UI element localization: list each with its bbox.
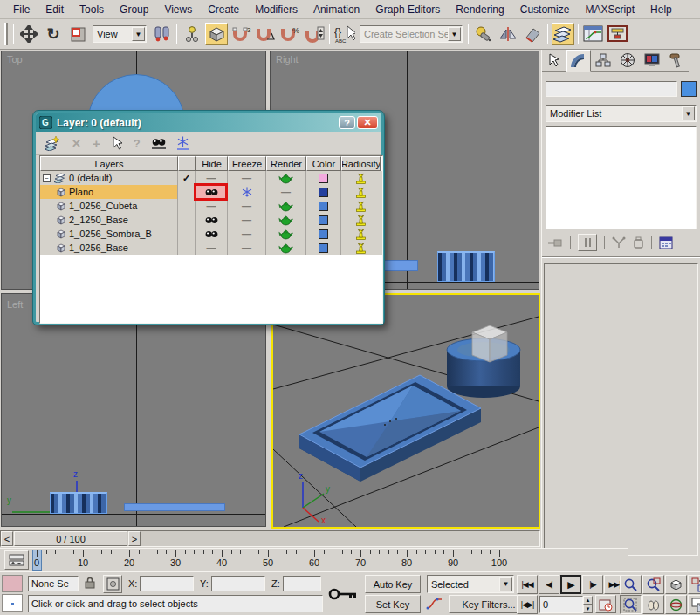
open-mini-curve-editor-button[interactable] (4, 550, 29, 570)
next-frame-button[interactable]: |▶ (582, 575, 603, 594)
render-cell[interactable] (266, 241, 306, 255)
mini-track-swatch[interactable] (2, 594, 23, 612)
spinner-snap-button[interactable] (303, 23, 326, 45)
radiosity-cell[interactable] (341, 171, 381, 185)
set-keys-button[interactable] (325, 577, 361, 611)
key-filter-selected-dropdown[interactable]: Selected ▼ (427, 575, 514, 593)
hide-cell[interactable] (196, 213, 228, 227)
reference-coordinate-dropdown[interactable]: View ▼ (93, 25, 147, 43)
layer-name-cell[interactable]: 2_1250_Base (40, 213, 178, 227)
named-selection-entry-field[interactable]: None Se (28, 576, 79, 591)
freeze-cell[interactable] (228, 185, 266, 199)
column-header-Radiosity[interactable]: Radiosity (341, 156, 381, 171)
layer-row[interactable]: 1_0256_Sombra_B— (40, 227, 382, 241)
region-zoom-button[interactable] (620, 595, 642, 614)
time-slider-thumb[interactable]: 0 / 100 (14, 531, 127, 546)
radiosity-cell[interactable] (341, 241, 381, 255)
render-cell[interactable]: — (266, 185, 306, 199)
remove-modifier-icon[interactable] (633, 236, 644, 249)
current-layer-cell[interactable]: ✓ (178, 171, 196, 185)
spinner-down-icon[interactable]: ▾ (583, 605, 593, 613)
tab-modify[interactable] (566, 50, 591, 72)
align-button[interactable] (472, 23, 495, 45)
select-and-move-button[interactable] (17, 23, 40, 45)
arc-rotate-button[interactable] (665, 595, 687, 614)
color-cell[interactable] (306, 213, 341, 227)
tab-display[interactable] (640, 50, 664, 72)
layer-color-swatch[interactable] (319, 174, 328, 183)
selection-color-swatch[interactable] (2, 575, 23, 592)
toolbar-grip[interactable] (4, 23, 8, 45)
color-cell[interactable] (306, 171, 341, 185)
layer-manager-button[interactable] (552, 23, 574, 45)
layer-color-swatch[interactable] (319, 243, 328, 253)
curve-editor-button[interactable] (582, 23, 605, 45)
render-cell[interactable] (266, 213, 306, 227)
layer-name-cell[interactable]: 1_0256_Sombra_B (40, 227, 178, 241)
menu-graph-editors[interactable]: Graph Editors (367, 1, 448, 18)
select-and-manipulate-button[interactable] (150, 23, 173, 45)
collapse-toggle[interactable]: − (43, 174, 51, 182)
menu-create[interactable]: Create (200, 1, 247, 18)
default-in-out-tangents-button[interactable] (426, 597, 443, 611)
delete-layer-icon[interactable]: ✕ (72, 137, 81, 150)
current-layer-cell[interactable] (178, 213, 196, 227)
zoom-extents-button[interactable] (665, 575, 687, 594)
object-name-field[interactable] (546, 81, 677, 97)
layer-help-icon[interactable]: ? (134, 137, 141, 150)
column-header-Color[interactable]: Color (306, 156, 341, 171)
cylinder-object-left-view[interactable] (50, 492, 107, 514)
color-cell[interactable] (306, 199, 341, 213)
menu-file[interactable]: File (5, 1, 38, 18)
layer-name-cell[interactable]: 1_0256_Base (40, 241, 178, 255)
angle-snap-button[interactable]: 3 (230, 23, 252, 45)
layer-color-swatch[interactable] (319, 202, 328, 211)
menu-modifiers[interactable]: Modifiers (247, 1, 305, 18)
quick-render-eraser-button[interactable] (521, 23, 544, 45)
radiosity-cell[interactable] (341, 227, 381, 241)
time-slider-prev-button[interactable]: < (1, 531, 13, 546)
hide-cell[interactable]: — (196, 241, 228, 255)
freeze-cell[interactable]: — (228, 199, 266, 213)
column-header-Freeze[interactable]: Freeze (228, 156, 266, 171)
make-unique-icon[interactable] (612, 236, 626, 249)
configure-modifier-sets-icon[interactable] (659, 236, 673, 249)
hide-cell[interactable]: — (196, 199, 228, 213)
menu-edit[interactable]: Edit (38, 1, 72, 18)
min-max-toggle-button[interactable] (688, 595, 700, 614)
viewport-top-label[interactable]: Top (7, 54, 23, 65)
layer-row[interactable]: Plano— (40, 185, 382, 199)
dialog-title-bar[interactable]: G Layer: 0 (default) ? ✕ (36, 113, 381, 132)
menu-help[interactable]: Help (642, 1, 680, 18)
viewport-perspective-active[interactable]: z y x (271, 293, 540, 529)
menu-maxscript[interactable]: MAXScript (577, 1, 642, 18)
select-and-scale-button[interactable] (66, 23, 89, 45)
render-cell[interactable] (266, 227, 306, 241)
time-slider-next-button[interactable]: > (128, 531, 141, 546)
layer-row[interactable]: 1_0256_Base—— (40, 241, 382, 255)
viewport-left-label[interactable]: Left (7, 299, 23, 310)
zoom-button[interactable] (620, 575, 642, 594)
close-button[interactable]: ✕ (357, 116, 378, 129)
object-color-swatch[interactable] (681, 81, 697, 97)
layer-name-cell[interactable]: −0 (default) (40, 171, 178, 185)
frame-spinner[interactable]: ▴ ▾ (583, 596, 593, 613)
current-layer-cell[interactable] (178, 199, 196, 213)
menu-rendering[interactable]: Rendering (448, 1, 511, 18)
tab-create[interactable] (542, 50, 566, 72)
key-mode-toggle-button[interactable]: |◀▶| (517, 595, 538, 614)
menu-group[interactable]: Group (112, 1, 156, 18)
viewport-right-label[interactable]: Right (276, 54, 299, 65)
render-cell[interactable] (266, 199, 306, 213)
percent-snap-button[interactable]: % (278, 23, 301, 45)
select-and-rotate-button[interactable]: ↻ (42, 23, 65, 45)
help-button[interactable]: ? (339, 116, 355, 129)
angle-snap-toggle-button[interactable] (254, 23, 277, 45)
tab-hierarchy[interactable] (591, 50, 615, 72)
freeze-cell[interactable]: — (228, 241, 266, 255)
color-cell[interactable] (306, 227, 341, 241)
layer-name-cell[interactable]: 1_0256_Cubeta (40, 199, 178, 213)
tab-utilities[interactable] (664, 50, 689, 72)
set-key-button[interactable]: Set Key (365, 595, 421, 613)
modifier-stack[interactable] (546, 126, 697, 229)
